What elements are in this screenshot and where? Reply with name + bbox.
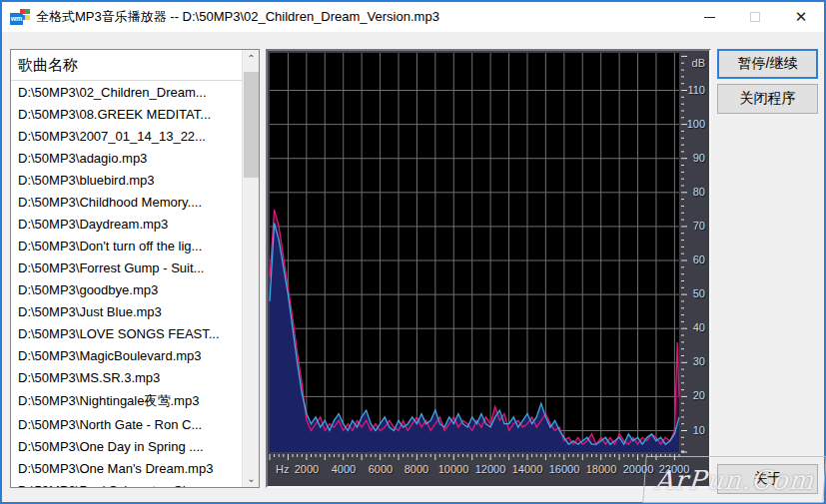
axis-tick-label: 22000 <box>650 463 698 475</box>
axis-tick-label: 60 <box>683 253 705 265</box>
maximize-icon <box>750 12 760 22</box>
axis-tick-label: 90 <box>683 152 705 164</box>
list-item[interactable]: D:\50MP3\One Man's Dream.mp3 <box>11 457 242 479</box>
list-item[interactable]: D:\50MP3\02_Children_Dream... <box>11 81 242 103</box>
minimize-icon <box>704 17 715 18</box>
list-item[interactable]: D:\50MP3\One Day in Spring .... <box>11 435 242 457</box>
scroll-up-icon[interactable]: ⌃ <box>243 50 260 67</box>
playlist-items: D:\50MP3\02_Children_Dream...D:\50MP3\08… <box>11 81 242 487</box>
axis-tick-label: 80 <box>683 186 705 198</box>
list-item[interactable]: D:\50MP3\Just Blue.mp3 <box>11 300 242 322</box>
list-item[interactable]: D:\50MP3\Daydream.mp3 <box>11 213 242 235</box>
list-item[interactable]: D:\50MP3\Paul Schwartz - Sim... <box>11 479 242 487</box>
list-item[interactable]: D:\50MP3\goodbye.mp3 <box>11 278 242 300</box>
titlebar: wm 全格式MP3音乐播放器 -- D:\50MP3\02_Children_D… <box>2 2 824 32</box>
spectrum-panel: dB102030405060708090100110 Hz20004000600… <box>266 49 711 488</box>
list-item[interactable]: D:\50MP3\adagio.mp3 <box>11 147 242 169</box>
list-item[interactable]: D:\50MP3\North Gate - Ron C... <box>11 413 242 435</box>
scrollbar-thumb[interactable] <box>244 72 259 178</box>
list-item[interactable]: D:\50MP3\bluebird.mp3 <box>11 169 242 191</box>
list-item[interactable]: D:\50MP3\Forrest Gump - Suit... <box>11 256 242 278</box>
close-button[interactable]: ✕ <box>778 2 824 32</box>
spectrum-display: dB102030405060708090100110 Hz20004000600… <box>268 51 709 486</box>
pause-resume-button[interactable]: 暂停/继续 <box>717 49 818 79</box>
list-item[interactable]: D:\50MP3\2007_01_14_13_22... <box>11 125 242 147</box>
axis-tick-label: 10 <box>683 424 705 436</box>
window-title: 全格式MP3音乐播放器 -- D:\50MP3\02_Children_Drea… <box>36 8 439 26</box>
playlist-header: 歌曲名称 <box>11 50 242 81</box>
list-item[interactable]: D:\50MP3\LOVE SONGS FEAST... <box>11 322 242 344</box>
axis-tick-label: 110 <box>683 84 705 96</box>
list-item[interactable]: D:\50MP3\08.GREEK MEDITAT... <box>11 103 242 125</box>
list-item[interactable]: D:\50MP3\Don't turn off the lig... <box>11 235 242 256</box>
axis-tick-label: 40 <box>683 321 705 333</box>
maximize-button[interactable] <box>732 2 778 32</box>
list-item[interactable]: D:\50MP3\MS.SR.3.mp3 <box>11 366 242 388</box>
list-item[interactable]: D:\50MP3\MagicBoulevard.mp3 <box>11 344 242 366</box>
scroll-down-icon[interactable]: ⌄ <box>243 470 260 487</box>
playlist-scrollbar[interactable]: ⌃ ⌄ <box>242 50 259 487</box>
list-item[interactable]: D:\50MP3\Nightingale夜莺.mp3 <box>11 388 242 413</box>
spectrum-chart <box>268 51 709 486</box>
minimize-button[interactable] <box>686 2 732 32</box>
logo-green-square <box>25 9 30 14</box>
axis-tick-label: 100 <box>683 118 705 130</box>
axis-tick-label: 50 <box>683 287 705 299</box>
close-program-button[interactable]: 关闭程序 <box>717 84 818 114</box>
wm-logo-icon: wm <box>10 13 23 25</box>
list-item[interactable]: D:\50MP3\Childhood Memory.... <box>11 191 242 213</box>
axis-tick-label: 70 <box>683 220 705 232</box>
logo-yellow-square <box>25 15 30 20</box>
axis-tick-label: dB <box>683 57 705 69</box>
playlist: 歌曲名称 D:\50MP3\02_Children_Dream...D:\50M… <box>10 49 260 488</box>
axis-tick-label: 20 <box>683 389 705 401</box>
app-window: wm 全格式MP3音乐播放器 -- D:\50MP3\02_Children_D… <box>0 0 826 504</box>
about-button[interactable]: 关于 <box>717 464 818 494</box>
app-icon: wm <box>10 9 28 25</box>
axis-tick-label: 30 <box>683 355 705 367</box>
